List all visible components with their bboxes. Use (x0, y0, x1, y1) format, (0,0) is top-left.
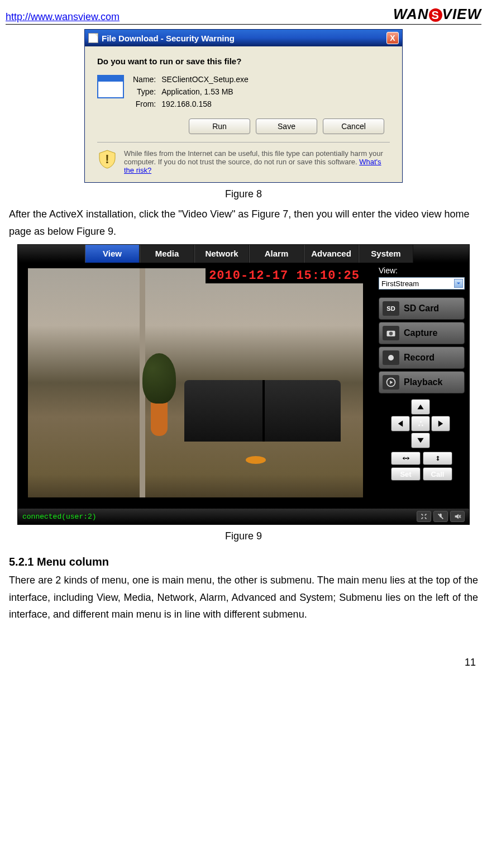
close-button[interactable]: X (386, 32, 399, 44)
file-download-dialog: File Download - Security Warning X Do yo… (84, 29, 403, 183)
logo-s-icon: S (429, 8, 442, 22)
page-header: http://www.wansview.com WANSVIEW (6, 6, 481, 25)
status-bar: connected(user:2) (18, 509, 469, 524)
application-icon (97, 75, 124, 98)
ptz-down-button[interactable] (411, 433, 430, 448)
preset-set-button[interactable]: Set (391, 467, 421, 481)
tools-icon[interactable] (417, 511, 431, 522)
capture-button[interactable]: Capture (379, 322, 465, 344)
paragraph-after-fig8: After the ActiveX installation, click th… (9, 206, 478, 240)
dialog-title: File Download - Security Warning (102, 34, 235, 43)
security-warning: ! While files from the Internet can be u… (97, 142, 390, 174)
mic-mute-icon[interactable] (433, 511, 448, 522)
file-icon (88, 33, 98, 43)
page-number: 11 (6, 657, 481, 668)
record-icon (383, 350, 399, 365)
connection-status: connected(user:2) (22, 513, 97, 521)
tab-system[interactable]: System (359, 245, 413, 263)
ptz-right-button[interactable] (431, 416, 450, 431)
svg-rect-6 (437, 457, 438, 459)
video-timestamp: 2010-12-17 15:10:25 (206, 268, 363, 283)
svg-text:!: ! (105, 152, 109, 166)
camera-viewer: View Media Network Alarm Advanced System… (17, 244, 470, 525)
play-icon (383, 375, 399, 390)
chevron-down-icon (454, 279, 463, 288)
svg-point-3 (388, 355, 394, 361)
ptz-left-button[interactable] (391, 416, 410, 431)
dialog-titlebar: File Download - Security Warning X (85, 30, 402, 46)
figure-9-caption: Figure 9 (6, 530, 481, 542)
playback-button[interactable]: Playback (379, 371, 465, 393)
tab-view[interactable]: View (85, 245, 140, 263)
name-value: SEClientOCX_Setup.exe (161, 75, 249, 84)
tab-media[interactable]: Media (140, 245, 194, 263)
preset-call-button[interactable]: Call (423, 467, 452, 481)
run-button[interactable]: Run (189, 118, 250, 134)
video-area: 2010-12-17 15:10:25 (18, 263, 374, 509)
stream-selected-value: FirstStream (381, 279, 419, 288)
svg-point-2 (389, 332, 393, 336)
cancel-button[interactable]: Cancel (323, 118, 384, 134)
save-button[interactable]: Save (256, 118, 317, 134)
tab-network[interactable]: Network (194, 245, 249, 263)
video-frame: 2010-12-17 15:10:25 (28, 268, 363, 497)
sdcard-icon: SD (383, 301, 399, 316)
ptz-center-button[interactable]: ∴ (411, 416, 430, 431)
shield-warning-icon: ! (97, 149, 117, 169)
figure-8-caption: Figure 8 (6, 188, 481, 200)
stream-select[interactable]: FirstStream (379, 277, 465, 290)
main-menu-tabs: View Media Network Alarm Advanced System (18, 245, 469, 263)
wansview-link[interactable]: http://www.wansview.com (6, 11, 120, 23)
side-panel: View: FirstStream SD SD Card Capture (374, 263, 469, 509)
from-label: From: (133, 99, 156, 108)
ptz-controls: ∴ (391, 399, 452, 448)
wansview-logo: WANSVIEW (393, 6, 481, 23)
name-label: Name: (133, 75, 156, 84)
pan-scan-button[interactable] (391, 452, 421, 465)
tab-alarm[interactable]: Alarm (249, 245, 304, 263)
speaker-mute-icon[interactable] (450, 511, 465, 522)
from-value: 192.168.0.158 (161, 99, 249, 108)
camera-icon (383, 326, 399, 340)
section-heading: 5.2.1 Menu column (9, 556, 478, 568)
view-label: View: (379, 266, 465, 275)
svg-rect-5 (405, 458, 407, 459)
tab-advanced[interactable]: Advanced (304, 245, 359, 263)
type-label: Type: (133, 87, 156, 96)
record-button[interactable]: Record (379, 347, 465, 369)
ptz-up-button[interactable] (411, 399, 430, 415)
tilt-scan-button[interactable] (423, 452, 452, 465)
dialog-question: Do you want to run or save this file? (97, 56, 390, 66)
sdcard-button[interactable]: SD SD Card (379, 297, 465, 320)
section-text: There are 2 kinds of menu, one is main m… (9, 572, 478, 623)
type-value: Application, 1.53 MB (161, 87, 249, 96)
